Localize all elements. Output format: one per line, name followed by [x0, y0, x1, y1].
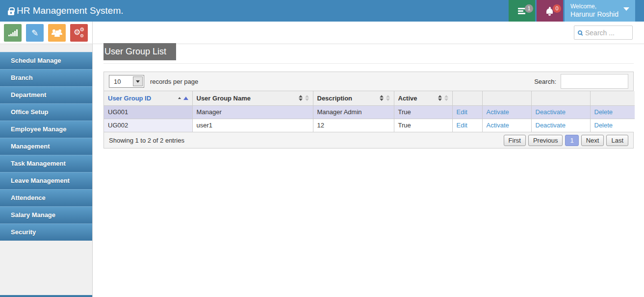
edit-link[interactable]: Edit [457, 108, 467, 116]
edit-button[interactable]: ✎ [26, 24, 44, 42]
sidebar-item-leave-management[interactable]: Leave Management [0, 172, 92, 189]
user-name: Harunur Roshid [570, 10, 618, 18]
sort-both-icon [438, 95, 448, 101]
notifications-button[interactable]: 0 [537, 0, 563, 22]
sidebar: Schedul Manage Branch Department Office … [0, 44, 93, 297]
column-header-user-group-name[interactable]: User Group Name [192, 91, 313, 105]
column-header-edit [452, 91, 482, 105]
user-group-table-widget: 10 records per page Search: User Group I… [103, 72, 634, 148]
lock-icon [8, 10, 14, 15]
gears-icon: ⚙⚙⚙ [74, 28, 84, 38]
bell-icon [546, 8, 553, 14]
table-row: UG002 user1 12 True Edit Activate Deacti… [104, 119, 635, 132]
column-header-active[interactable]: Active [394, 91, 452, 105]
cell-active: True [394, 105, 452, 119]
table-controls: 10 records per page Search: [104, 72, 633, 91]
column-header-description[interactable]: Description [313, 91, 394, 105]
app-header: HR Management System. 1 0 Welcome, Harun… [0, 0, 644, 22]
cell-user-group-name: user1 [192, 119, 313, 132]
sidebar-item-management[interactable]: Management [0, 138, 92, 155]
activate-link[interactable]: Activate [487, 122, 509, 129]
cell-active: True [394, 119, 452, 132]
bar-chart-icon [8, 29, 18, 36]
activate-link[interactable]: Activate [487, 108, 509, 116]
sort-asc-icon [178, 97, 188, 100]
table-search: Search: [534, 74, 628, 89]
pagination-first-button[interactable]: First [504, 135, 526, 146]
main-content: User Group List 10 records per page Sear… [93, 44, 644, 297]
sidebar-item-salary-manage[interactable]: Salary Manage [0, 206, 92, 223]
header-widgets: 1 0 Welcome, Harunur Roshid [509, 0, 644, 22]
title-divider [103, 63, 634, 64]
sidebar-menu: Schedul Manage Branch Department Office … [0, 52, 92, 241]
sidebar-item-attendence[interactable]: Attendence [0, 189, 92, 206]
column-header-deactivate [531, 91, 590, 105]
sidebar-bottom-strip [0, 295, 92, 297]
edit-link[interactable]: Edit [457, 122, 467, 129]
pagination-previous-button[interactable]: Previous [528, 135, 563, 146]
deactivate-link[interactable]: Deactivate [536, 108, 566, 116]
column-header-activate [482, 91, 531, 105]
pencil-icon: ✎ [31, 28, 38, 38]
sort-both-icon [380, 95, 390, 101]
toolbar-quick-actions: ✎ ⚙⚙⚙ [0, 22, 93, 44]
page-size-select[interactable]: 10 [109, 75, 144, 88]
table-row: UG001 Manager Manager Admin True Edit Ac… [104, 105, 635, 119]
search-icon [578, 30, 582, 35]
sidebar-item-branch[interactable]: Branch [0, 69, 92, 86]
page-title: User Group List [103, 43, 176, 60]
cell-user-group-id: UG001 [104, 105, 192, 119]
chevron-down-icon [623, 7, 629, 11]
app-title: HR Management System. [17, 5, 124, 16]
users-group-icon [52, 29, 62, 36]
cell-description: 12 [313, 119, 394, 132]
table-search-input[interactable] [561, 74, 628, 89]
chevron-down-icon [136, 80, 140, 83]
table-footer: Showing 1 to 2 of 2 entries First Previo… [104, 132, 633, 148]
settings-button[interactable]: ⚙⚙⚙ [70, 24, 88, 42]
user-group-table: User Group ID User Group Name Descriptio… [104, 91, 635, 132]
pagination-page-1-button[interactable]: 1 [565, 135, 578, 146]
menu-count-badge: 1 [525, 4, 533, 13]
welcome-label: Welcome, [570, 3, 596, 10]
showing-entries-text: Showing 1 to 2 of 2 entries [109, 137, 184, 144]
sidebar-item-security[interactable]: Security [0, 223, 92, 241]
pagination: First Previous 1 Next Last [504, 135, 628, 146]
pagination-last-button[interactable]: Last [606, 135, 628, 146]
pagination-next-button[interactable]: Next [581, 135, 604, 146]
records-per-page-label: records per page [150, 78, 198, 85]
welcome-text: Welcome, Harunur Roshid [570, 2, 618, 19]
column-header-delete [590, 91, 635, 105]
global-search-box [574, 25, 633, 40]
deactivate-link[interactable]: Deactivate [536, 122, 566, 129]
table-search-label: Search: [534, 78, 556, 85]
global-search-input[interactable] [585, 29, 629, 37]
sidebar-item-department[interactable]: Department [0, 86, 92, 103]
cell-description: Manager Admin [313, 105, 394, 119]
app-brand: HR Management System. [0, 5, 124, 16]
page-size-value: 10 [109, 78, 133, 85]
sidebar-item-employee-manage[interactable]: Employee Manage [0, 121, 92, 138]
sort-both-icon [299, 95, 309, 101]
sidebar-item-schedul-manage[interactable]: Schedul Manage [0, 52, 92, 69]
dashboard-chart-button[interactable] [4, 24, 22, 42]
notification-count-badge: 0 [553, 4, 561, 13]
sidebar-item-task-management[interactable]: Task Management [0, 155, 92, 172]
toolbar: ✎ ⚙⚙⚙ [0, 22, 644, 44]
sidebar-item-office-setup[interactable]: Office Setup [0, 103, 92, 121]
user-menu[interactable]: Welcome, Harunur Roshid [565, 0, 635, 22]
cell-user-group-id: UG002 [104, 119, 192, 132]
menu-widget-button[interactable]: 1 [509, 0, 535, 22]
select-dropdown-button[interactable] [133, 76, 143, 86]
delete-link[interactable]: Delete [594, 108, 613, 116]
users-button[interactable] [48, 24, 66, 42]
column-header-user-group-id[interactable]: User Group ID [104, 91, 192, 105]
table-header-row: User Group ID User Group Name Descriptio… [104, 91, 635, 105]
delete-link[interactable]: Delete [594, 122, 613, 129]
cell-user-group-name: Manager [192, 105, 313, 119]
